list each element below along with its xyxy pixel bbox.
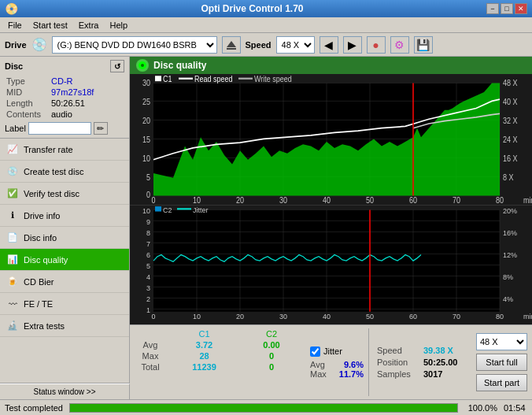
disc-info-table: Type CD-R MID 97m27s18f Length 50:26.51 … — [5, 75, 124, 120]
disc-info-panel: Disc ↺ Type CD-R MID 97m27s18f Length 50… — [0, 57, 129, 139]
svg-text:2: 2 — [146, 295, 150, 303]
svg-rect-46 — [155, 76, 161, 81]
svg-text:48 X: 48 X — [503, 78, 518, 87]
drive-bar: Drive 💿 (G:) BENQ DVD DD DW1640 BSRB Spe… — [0, 33, 532, 57]
svg-text:50: 50 — [366, 195, 374, 205]
svg-text:min: min — [523, 195, 532, 205]
disc-refresh-button[interactable]: ↺ — [110, 60, 124, 72]
status-window-label: Status window >> — [34, 387, 96, 396]
drive-info-icon: ℹ — [6, 209, 19, 222]
next-button[interactable]: ▶ — [343, 36, 362, 54]
nav-item-fe-te[interactable]: 〰 FE / TE — [0, 293, 129, 315]
close-button[interactable]: ✕ — [515, 3, 527, 14]
progress-percent: 100.0% — [464, 403, 497, 413]
menu-start-test[interactable]: Start test — [28, 20, 72, 31]
progress-fill — [70, 404, 457, 412]
svg-text:40: 40 — [323, 195, 331, 205]
nav-verify-test-disc-label: Verify test disc — [24, 189, 79, 198]
svg-text:15: 15 — [142, 135, 150, 144]
svg-text:16%: 16% — [503, 228, 517, 236]
svg-point-3 — [141, 64, 144, 67]
nav-item-extra-tests[interactable]: 🔬 Extra tests — [0, 315, 129, 337]
svg-text:10: 10 — [193, 195, 201, 205]
jitter-max-label: Max — [310, 369, 327, 379]
disc-label-edit-button[interactable]: ✏ — [94, 122, 108, 135]
start-part-button[interactable]: Start part — [476, 374, 527, 391]
svg-text:60: 60 — [409, 195, 417, 205]
stats-empty-header — [135, 328, 166, 339]
samples-value: 3017 — [423, 369, 442, 379]
menu-help[interactable]: Help — [105, 20, 132, 31]
menu-bar: File Start test Extra Help — [0, 17, 532, 33]
reset-button[interactable]: ● — [367, 36, 386, 54]
jitter-section: Jitter Avg 9.6% Max 11.7% — [305, 325, 368, 399]
svg-text:12%: 12% — [503, 251, 517, 259]
nav-item-create-test-disc[interactable]: 💿 Create test disc — [0, 161, 129, 183]
create-test-disc-icon: 💿 — [6, 165, 19, 178]
charts-area: 30 25 20 15 10 5 0 48 X 40 X 32 X 24 X 1… — [130, 74, 532, 324]
speed-info-section: Speed 39.38 X Position 50:25.00 Samples … — [369, 325, 471, 399]
speed-info-label: Speed — [377, 346, 420, 355]
max-c2: 0 — [242, 350, 301, 361]
menu-extra[interactable]: Extra — [74, 20, 104, 31]
status-window-button[interactable]: Status window >> — [0, 384, 130, 399]
speed-select-stats[interactable]: 48 X40 X32 X — [476, 333, 527, 350]
extra-tests-icon: 🔬 — [6, 320, 19, 332]
svg-text:8 X: 8 X — [503, 173, 514, 183]
nav-transfer-rate-label: Transfer rate — [24, 145, 73, 154]
stats-bar: C1 C2 Avg 3.72 0.00 Max 28 0 Total — [130, 324, 532, 399]
stats-c2-header: C2 — [242, 328, 301, 339]
svg-text:70: 70 — [453, 195, 460, 205]
position-value: 50:25.00 — [423, 358, 457, 367]
disc-label-input[interactable] — [28, 122, 91, 135]
nav-disc-quality-label: Disc quality — [24, 255, 68, 265]
nav-item-transfer-rate[interactable]: 📈 Transfer rate — [0, 139, 129, 161]
disc-type-label: Type — [6, 76, 50, 86]
svg-text:30: 30 — [279, 195, 287, 205]
prev-button[interactable]: ◀ — [320, 36, 338, 54]
avg-c2: 0.00 — [242, 339, 301, 350]
svg-text:10: 10 — [142, 206, 150, 214]
svg-text:8: 8 — [146, 228, 150, 236]
status-bar-wrap: Status window >> — [0, 383, 129, 399]
status-text: Test completed — [5, 403, 63, 413]
nav-item-cd-bier[interactable]: 🍺 CD Bier — [0, 271, 129, 293]
disc-type-value: CD-R — [51, 76, 123, 86]
speed-select-drive[interactable]: 48 X40 X32 X24 X16 X8 X — [276, 36, 315, 54]
app-icon: 📀 — [5, 2, 18, 15]
speed-label: Speed — [246, 40, 272, 50]
nav-item-drive-info[interactable]: ℹ Drive info — [0, 205, 129, 227]
nav-item-disc-info[interactable]: 📄 Disc info — [0, 227, 129, 249]
save-button[interactable]: 💾 — [414, 36, 433, 54]
elapsed-time: 01:54 — [504, 403, 527, 413]
svg-text:Jitter: Jitter — [193, 206, 208, 213]
start-full-button[interactable]: Start full — [476, 354, 527, 371]
drive-icon: 💿 — [31, 37, 47, 52]
svg-text:20: 20 — [142, 116, 150, 125]
maximize-button[interactable]: □ — [501, 3, 513, 14]
nav-item-verify-test-disc[interactable]: ✅ Verify test disc — [0, 183, 129, 205]
app-title: Opti Drive Control 1.70 — [18, 3, 486, 14]
disc-mid-value: 97m27s18f — [51, 87, 123, 97]
svg-text:30: 30 — [142, 78, 150, 87]
main-layout: Disc ↺ Type CD-R MID 97m27s18f Length 50… — [0, 57, 532, 399]
progress-bar — [69, 403, 458, 413]
disc-length-value: 50:26.51 — [51, 98, 123, 108]
nav-item-disc-quality[interactable]: 📊 Disc quality — [0, 249, 129, 271]
svg-text:20: 20 — [236, 313, 244, 321]
svg-text:6: 6 — [146, 251, 150, 259]
settings-button[interactable]: ⚙ — [390, 36, 409, 54]
menu-file[interactable]: File — [3, 20, 27, 31]
svg-text:9: 9 — [146, 217, 150, 225]
svg-text:20: 20 — [236, 195, 244, 205]
total-c1: 11239 — [166, 361, 242, 372]
max-label: Max — [135, 350, 166, 361]
disc-label-label: Label — [5, 124, 26, 133]
jitter-checkbox[interactable] — [310, 346, 320, 357]
svg-text:0: 0 — [151, 313, 155, 321]
chart2-wrapper: 10 9 8 7 6 5 4 3 2 1 20% 16% 12% 8% 4% — [130, 205, 532, 324]
minimize-button[interactable]: − — [486, 3, 499, 14]
disc-contents-label: Contents — [6, 109, 50, 119]
drive-select[interactable]: (G:) BENQ DVD DD DW1640 BSRB — [52, 36, 217, 54]
eject-button[interactable] — [222, 36, 241, 54]
